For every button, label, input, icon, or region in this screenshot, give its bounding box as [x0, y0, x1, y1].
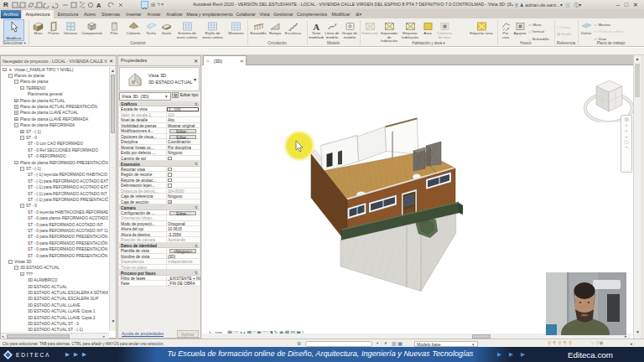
svg-text:▾: ▾ [18, 5, 20, 8]
svg-text:▾: ▾ [34, 5, 36, 8]
svg-text:▾: ▾ [52, 5, 54, 8]
svg-text:A: A [96, 2, 101, 8]
svg-text:▾: ▾ [43, 5, 44, 8]
svg-text:A: A [313, 22, 319, 32]
